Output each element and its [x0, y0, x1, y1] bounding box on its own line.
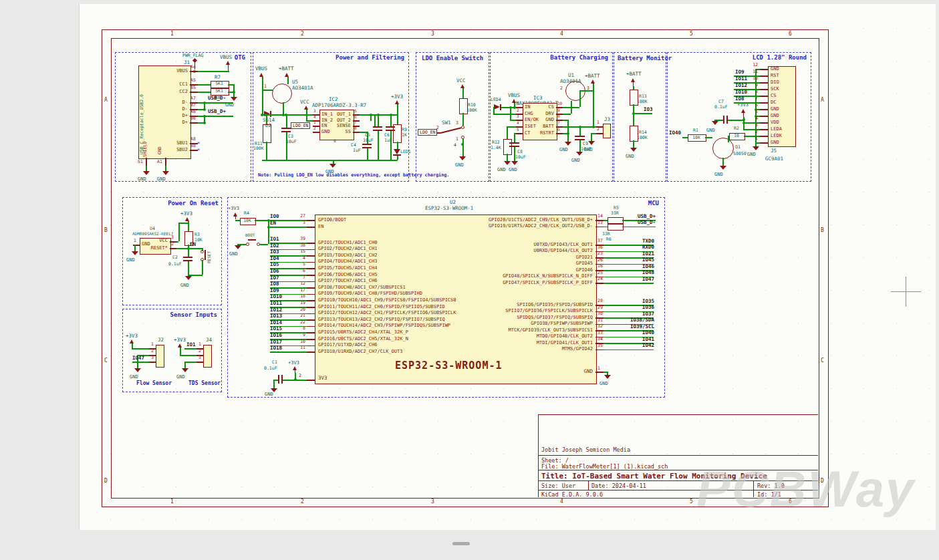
wire [579, 90, 584, 92]
title-block-line [538, 470, 818, 470]
wire [266, 114, 267, 124]
net-label: IO15 [270, 326, 282, 332]
wire [198, 84, 211, 86]
net-label: IO12 [735, 83, 747, 89]
button-plunger [248, 239, 256, 241]
pwr-flag-label: PWR_FLAG [182, 53, 203, 58]
global-label-ldo-en: LDO_EN [418, 129, 437, 136]
net-label: IO37 [601, 311, 654, 317]
pin-stub [760, 129, 768, 130]
led4-icon [494, 104, 500, 110]
title-block-line [538, 480, 818, 481]
file-field: File: WaterFlowMeter[1] (1).kicad_sch [541, 463, 668, 470]
block-battery-charging: Battery Charging U1 AO3401A 2 3 +BATT LE… [490, 52, 613, 182]
u2-value: ESP32-S3-WROOM-1 [425, 206, 473, 212]
wire [603, 283, 654, 284]
pin-name: CS [771, 93, 776, 98]
pin-number: 10 [557, 102, 562, 106]
gnd-symbol [162, 171, 169, 175]
r2-value: 10 [730, 134, 743, 138]
gnd-label: GND [571, 158, 580, 163]
wire [367, 148, 368, 160]
gnd-label: GND [157, 176, 166, 182]
net-label: IO7 [270, 275, 279, 281]
pin-stub [760, 109, 768, 110]
pin-number: S1 [138, 160, 143, 164]
net-label: IO47 [601, 277, 654, 283]
pin-number: B8 [190, 144, 196, 148]
net-label: IO1 [270, 237, 279, 243]
gnd-symbol [182, 368, 188, 372]
pin-stub [760, 136, 768, 137]
pin-name: GND [771, 113, 779, 118]
net-io3: IO3 [644, 107, 653, 113]
power-stem [228, 65, 229, 71]
batt-power-label: +BATT [585, 74, 600, 80]
q1-value: S8050 [733, 152, 747, 156]
pin-name: LEDK [771, 133, 782, 138]
junction [261, 114, 263, 116]
pin-name: GPIO7/TOUCH7/ADC1_CH6 [318, 278, 378, 283]
ref-j3: J3 [604, 117, 610, 123]
tds-sensor-caption: TDS Sensor [188, 380, 221, 386]
pin-stub [146, 158, 147, 166]
wire [633, 104, 634, 126]
wire [510, 107, 511, 120]
pin-name: GPIO19/U1RTS/ADC2_CH8/CLK_OUT2/USB_D- [428, 223, 593, 229]
transistor-q1-icon [712, 138, 734, 159]
crosshair-cursor [906, 277, 906, 307]
gnd-label: GND [497, 167, 506, 172]
wire [728, 120, 743, 121]
pin-name: D- [157, 106, 188, 112]
gnd-symbol [588, 141, 595, 145]
pin-number: 6 [557, 128, 560, 132]
wire [507, 154, 508, 161]
pin-stub [313, 132, 319, 133]
gnd-label: GND [599, 381, 608, 386]
net-label: IO46 [601, 264, 654, 270]
wire [722, 158, 724, 166]
c1-value: 0.1uF [264, 366, 277, 371]
column-label: 1 [170, 499, 174, 505]
pin-name: CC2 [157, 89, 188, 94]
kicad-canvas[interactable]: 112233445566AABBCCDD OTG PWR_FLAG VBUS J… [0, 0, 939, 560]
junction [461, 143, 464, 146]
wire [462, 138, 464, 156]
batt-power-label: +BATT [279, 66, 294, 72]
pin-stub [307, 352, 315, 353]
pin-name: GND [771, 140, 779, 145]
section-title: Battery Monitor [618, 55, 672, 61]
vbus-power-label: VBUS [220, 55, 232, 61]
j5-value: GC9A01 [765, 156, 783, 162]
capacitor-c4-icon [362, 144, 372, 145]
wire [273, 380, 275, 388]
net-label: IO11 [735, 76, 747, 82]
connector-j2-body [156, 345, 164, 368]
connector-j4-body [203, 345, 212, 368]
scrollbar-handle[interactable] [452, 542, 470, 545]
pad-number: 9 [333, 139, 336, 144]
column-label: 4 [560, 499, 563, 505]
wire [390, 114, 392, 126]
pin-number: 8 [292, 326, 305, 331]
title-block-line [538, 490, 818, 491]
junction [282, 114, 285, 116]
global-label-ldo-en: LDO_EN [291, 122, 310, 129]
r12-value: 1.4K [491, 146, 501, 150]
gnd-symbol [753, 146, 759, 150]
size-field: Size: User [541, 482, 575, 489]
ref-r7: R7 [215, 75, 221, 81]
net-io40: IO40 [669, 130, 681, 136]
wire [397, 114, 398, 124]
net-label: TXD0 [601, 239, 654, 245]
row-label: D [104, 478, 108, 484]
wire [682, 137, 688, 138]
gnd-symbol [565, 142, 571, 146]
pin-name: GND [526, 117, 554, 122]
r9-value: 1K [402, 133, 407, 138]
junction [233, 91, 235, 94]
net-label: IO3 [270, 249, 279, 255]
wire [268, 220, 269, 244]
pin-name: MTCK/GPIO39/CLK_OUT3/SUBSPICS1 [428, 327, 593, 333]
junction [203, 115, 206, 118]
